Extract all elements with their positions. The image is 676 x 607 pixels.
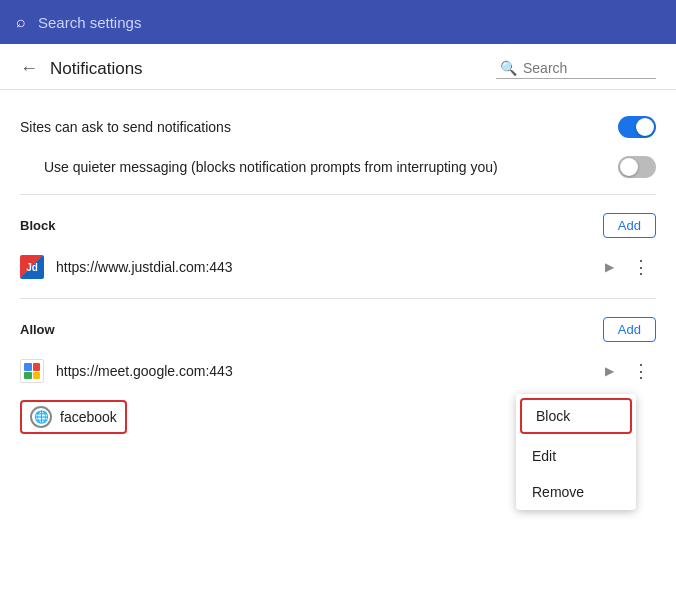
meet-site-row: https://meet.google.com:443 ▶ ⋮ [20,348,656,394]
allow-add-button[interactable]: Add [603,317,656,342]
allow-section: Allow Add https://meet.google.com:443 ▶ … [20,307,656,440]
jd-chevron-icon: ▶ [605,260,614,274]
toggle-knob [636,118,654,136]
topbar: ⌕ Search settings [0,0,676,44]
search-icon: 🔍 [500,60,517,76]
topbar-search-text[interactable]: Search settings [38,14,141,31]
meet-sq-blue [24,363,32,371]
main-content: Sites can ask to send notifications Use … [0,90,676,456]
facebook-highlight-box: 🌐 facebook [20,400,127,434]
facebook-label: facebook [60,409,117,425]
sites-can-ask-label: Sites can ask to send notifications [20,119,231,135]
meet-sq-red [33,363,41,371]
facebook-area: 🌐 facebook Block Edit Remove [20,394,656,440]
context-menu-edit[interactable]: Edit [516,438,636,474]
meet-sq-green [24,372,32,380]
jd-favicon: Jd [20,255,44,279]
meet-sq-yellow [33,372,41,380]
allow-section-header: Allow Add [20,307,656,348]
context-menu: Block Edit Remove [516,394,636,510]
jd-site-url: https://www.justdial.com:443 [56,259,605,275]
quieter-toggle-knob [620,158,638,176]
quieter-messaging-setting: Use quieter messaging (blocks notificati… [20,148,656,186]
quieter-messaging-toggle[interactable] [618,156,656,178]
meet-favicon [20,359,44,383]
page-title: Notifications [50,59,143,79]
context-menu-block[interactable]: Block [520,398,632,434]
block-section-title: Block [20,218,55,233]
context-menu-remove[interactable]: Remove [516,474,636,510]
jd-more-icon[interactable]: ⋮ [626,252,656,282]
meet-squares [24,363,40,379]
header-row: ← Notifications 🔍 [0,44,676,90]
back-button[interactable]: ← [20,58,38,79]
header-left: ← Notifications [20,58,143,79]
meet-site-url: https://meet.google.com:443 [56,363,605,379]
sites-can-ask-toggle[interactable] [618,116,656,138]
block-add-button[interactable]: Add [603,213,656,238]
search-input[interactable] [523,60,653,76]
allow-section-title: Allow [20,322,55,337]
facebook-favicon: 🌐 [30,406,52,428]
header-search-box[interactable]: 🔍 [496,58,656,79]
meet-more-icon[interactable]: ⋮ [626,356,656,386]
meet-chevron-icon: ▶ [605,364,614,378]
divider-2 [20,298,656,299]
block-section-header: Block Add [20,203,656,244]
sites-can-ask-setting: Sites can ask to send notifications [20,106,656,148]
quieter-messaging-label: Use quieter messaging (blocks notificati… [44,159,498,175]
topbar-search-icon: ⌕ [16,13,26,31]
divider-1 [20,194,656,195]
block-site-row: Jd https://www.justdial.com:443 ▶ ⋮ [20,244,656,290]
